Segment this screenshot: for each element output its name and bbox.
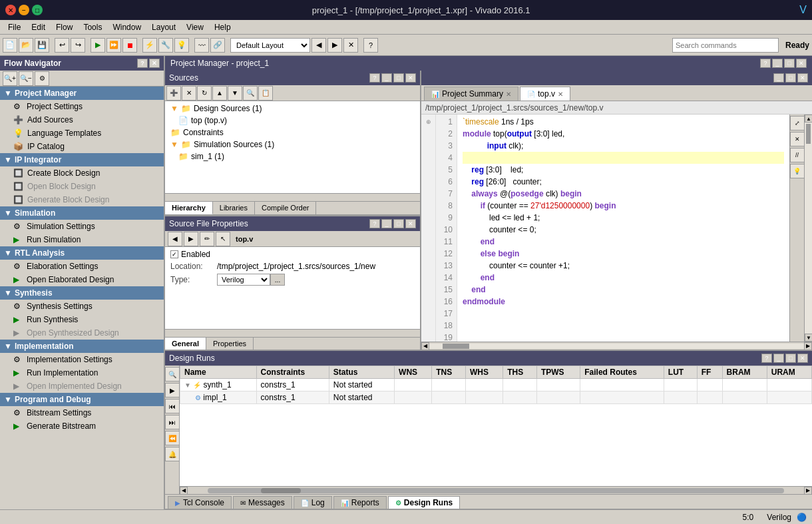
dr-hscroll-left[interactable]: ◀ — [180, 487, 188, 495]
editor-ctrl-3[interactable]: // — [790, 148, 805, 162]
sources-help[interactable]: ? — [369, 73, 380, 83]
editor-ctrl-4[interactable]: 💡 — [790, 164, 805, 178]
sfp-edit-btn[interactable]: ✏ — [200, 232, 214, 246]
src-remove-btn[interactable]: ✕ — [182, 86, 196, 101]
undo-button[interactable]: ↩ — [55, 38, 69, 53]
help-btn[interactable]: ? — [363, 38, 378, 53]
menu-help[interactable]: Help — [209, 21, 236, 33]
dr-btn-5[interactable]: ⏪ — [165, 431, 180, 445]
col-failed-routes[interactable]: Failed Routes — [580, 366, 664, 379]
src-add-btn[interactable]: ➕ — [166, 86, 181, 101]
src-move-down-btn[interactable]: ▼ — [228, 86, 242, 101]
col-wns[interactable]: WNS — [395, 366, 432, 379]
synth-button[interactable]: ⚡ — [142, 38, 157, 53]
editor-ctrl-2[interactable]: ✕ — [790, 132, 805, 146]
editor-close[interactable]: ✕ — [797, 73, 808, 83]
close-button[interactable]: ✕ — [5, 5, 16, 15]
tab-hierarchy[interactable]: Hierarchy — [165, 202, 213, 214]
menu-tools[interactable]: Tools — [78, 21, 107, 33]
sources-expand[interactable]: □ — [393, 73, 404, 83]
new-button[interactable]: 📄 — [3, 38, 17, 53]
hscroll-right[interactable]: ▶ — [804, 342, 812, 350]
menu-window[interactable]: Window — [107, 21, 146, 33]
dr-hscroll-bar[interactable] — [208, 488, 784, 493]
sfp-hscroll[interactable] — [165, 329, 420, 337]
impl-button[interactable]: 🔧 — [158, 38, 173, 53]
sources-close[interactable]: ✕ — [405, 73, 416, 83]
enabled-checkbox[interactable]: ✓ — [170, 250, 178, 258]
sfp-back-btn[interactable]: ◀ — [168, 232, 182, 246]
nav-item-language-templates[interactable]: 💡 Language Templates — [0, 127, 164, 140]
nav-item-create-block-design[interactable]: 🔲 Create Block Design — [0, 166, 164, 180]
tree-item-sim1[interactable]: 📁 sim_1 (1) — [168, 150, 417, 162]
nav-item-run-implementation[interactable]: ▶ Run Implementation — [0, 366, 164, 380]
vscroll-track[interactable] — [805, 123, 812, 334]
nav-item-synthesis-settings[interactable]: ⚙ Synthesis Settings — [0, 300, 164, 313]
sfp-tab-properties[interactable]: Properties — [206, 338, 254, 350]
col-bram[interactable]: BRAM — [722, 366, 767, 379]
flow-nav-settings[interactable]: ⚙ — [35, 71, 49, 86]
tab-design-runs[interactable]: ⚙ Design Runs — [388, 496, 460, 509]
nav-item-implementation-settings[interactable]: ⚙ Implementation Settings — [0, 353, 164, 366]
sfp-cursor-btn[interactable]: ↖ — [216, 232, 230, 246]
minimize-button[interactable]: − — [19, 5, 29, 15]
pm-expand[interactable]: □ — [784, 59, 795, 68]
col-tpws[interactable]: TPWS — [536, 366, 580, 379]
code-area[interactable]: `timescale 1ns / 1ps module top(output [… — [457, 115, 789, 342]
src-filter-btn[interactable]: 🔍 — [243, 86, 258, 101]
flow-nav-zoom-in[interactable]: 🔍+ — [3, 71, 17, 86]
open-button[interactable]: 📂 — [19, 38, 33, 53]
editor-minimize[interactable]: _ — [773, 73, 784, 83]
nav-section-header-program-debug[interactable]: ▼ Program and Debug — [0, 393, 164, 406]
summary-tab-close[interactable]: ✕ — [506, 91, 511, 98]
nav-item-generate-bitstream[interactable]: ▶ Generate Bitstream — [0, 419, 164, 433]
vscroll-up[interactable]: ▲ — [805, 115, 812, 123]
nav-section-header-project-manager[interactable]: ▼ Project Manager — [0, 87, 164, 100]
dr-btn-1[interactable]: 🔍 — [165, 367, 180, 382]
flow-nav-help[interactable]: ? — [137, 59, 148, 68]
wave-button[interactable]: 〰 — [194, 38, 209, 53]
nav-section-header-rtl-analysis[interactable]: ▼ RTL Analysis — [0, 246, 164, 260]
nav-item-generate-block-design[interactable]: 🔲 Generate Block Design — [0, 193, 164, 206]
type-browse-btn[interactable]: ... — [270, 274, 285, 286]
col-uram[interactable]: URAM — [767, 366, 811, 379]
nav-section-header-simulation[interactable]: ▼ Simulation — [0, 206, 164, 220]
nav-item-open-elaborated-design[interactable]: ▶ Open Elaborated Design — [0, 273, 164, 286]
nav-item-open-implemented-design[interactable]: ▶ Open Implemented Design — [0, 380, 164, 393]
dr-btn-2[interactable]: ▶ — [165, 383, 180, 397]
nav-item-open-synthesized-design[interactable]: ▶ Open Synthesized Design — [0, 326, 164, 340]
pm-minimize[interactable]: _ — [772, 59, 783, 68]
col-ff[interactable]: FF — [697, 366, 722, 379]
nav-item-run-simulation[interactable]: ▶ Run Simulation — [0, 233, 164, 246]
layout-next[interactable]: ▶ — [327, 38, 342, 53]
type-select[interactable]: Verilog — [217, 274, 270, 286]
sfp-expand[interactable]: □ — [393, 219, 404, 228]
tree-item-design-sources[interactable]: ▼ 📁 Design Sources (1) — [168, 103, 417, 115]
pm-close[interactable]: ✕ — [796, 59, 807, 68]
dr-btn-3[interactable]: ⏮ — [165, 399, 180, 413]
dr-minimize[interactable]: _ — [773, 354, 784, 363]
col-whs[interactable]: WHS — [465, 366, 503, 379]
col-name[interactable]: Name — [180, 366, 257, 379]
gutter-icon-1[interactable]: ⊕ — [426, 116, 431, 128]
sfp-close[interactable]: ✕ — [405, 219, 416, 228]
nav-item-add-sources[interactable]: ➕ Add Sources — [0, 113, 164, 127]
menu-edit[interactable]: Edit — [26, 21, 51, 33]
stop-button[interactable]: ⏹ — [122, 38, 137, 53]
nav-item-simulation-settings[interactable]: ⚙ Simulation Settings — [0, 220, 164, 233]
dr-expand[interactable]: □ — [785, 354, 796, 363]
col-tns[interactable]: TNS — [432, 366, 466, 379]
tree-item-constraints[interactable]: 📁 Constraints — [168, 127, 417, 138]
menu-view[interactable]: View — [181, 21, 209, 33]
nav-item-ip-catalog[interactable]: 📦 IP Catalog — [0, 140, 164, 153]
tab-compile-order[interactable]: Compile Order — [255, 202, 317, 214]
tab-top-v[interactable]: 📄 top.v ✕ — [520, 87, 570, 101]
editor-expand[interactable]: □ — [785, 73, 796, 83]
sources-hscroll[interactable] — [165, 193, 420, 201]
tab-tcl-console[interactable]: ▶ Tcl Console — [168, 496, 232, 509]
redo-button[interactable]: ↪ — [71, 38, 85, 53]
layout-dropdown[interactable]: Default Layout — [230, 38, 310, 53]
table-row-impl1[interactable]: ⚙ impl_1 constrs_1 Not started — [180, 392, 812, 404]
editor-vscroll[interactable]: ▲ ▼ — [804, 115, 812, 342]
dr-btn-4[interactable]: ⏭ — [165, 415, 180, 429]
